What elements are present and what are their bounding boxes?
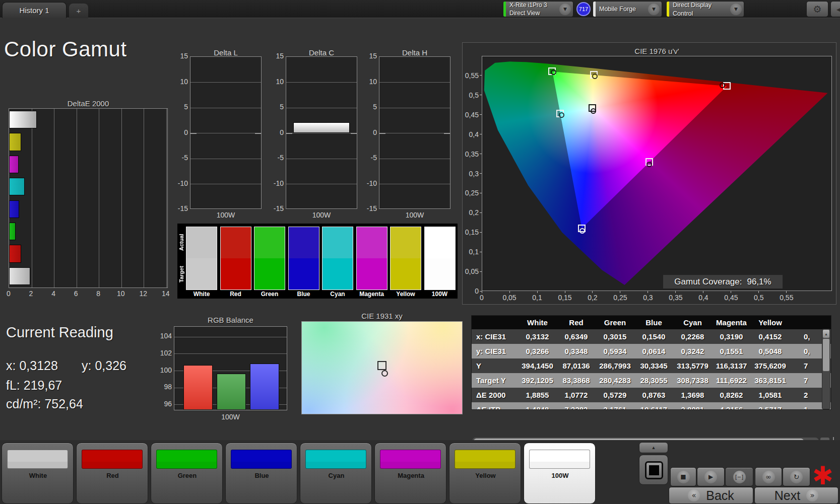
rgb-balance-title: RGB Balance xyxy=(174,316,287,324)
axis-tick-label: 8 xyxy=(93,290,103,298)
gridline xyxy=(166,109,167,287)
axis-tick-label: 0,45 xyxy=(722,294,740,302)
measurement-table: WhiteRedGreenBlueCyanMagentaYellowx: CIE… xyxy=(471,315,831,410)
refresh-button[interactable]: ↻ xyxy=(783,467,810,486)
axis-tick-label: 0,4 xyxy=(694,294,713,302)
axis-tick-label: 0 xyxy=(4,290,14,298)
rgb-bar-red xyxy=(183,365,213,410)
source-label: Mobile Forge xyxy=(596,5,648,13)
axis-tick-label: 0,45 xyxy=(463,111,479,119)
tab-history-1[interactable]: History 1 xyxy=(2,2,67,18)
meter-count-badge: 717 xyxy=(576,2,591,16)
scrollbar-thumb[interactable] xyxy=(823,339,829,371)
settings-button[interactable]: ⚙ xyxy=(806,1,828,17)
next-label: Next xyxy=(774,488,800,503)
axis-label: 100W xyxy=(190,211,262,219)
pattern-label: Green xyxy=(151,472,223,479)
pattern-button-red[interactable]: Red xyxy=(76,443,148,504)
pattern-button-yellow[interactable]: Yellow xyxy=(449,443,521,504)
chevron-down-icon: ▼ xyxy=(559,4,571,15)
axis-label: 100W xyxy=(286,211,357,219)
table-cell: 280,4283 xyxy=(596,373,634,388)
pattern-button-magenta[interactable]: Magenta xyxy=(374,443,446,504)
axis-tick-label: 10 xyxy=(361,78,377,86)
table-cell: 0,3190 xyxy=(712,329,751,344)
axis-tick-label: 5 xyxy=(268,103,284,111)
column-header-yellow: Yellow xyxy=(751,316,790,329)
source-dropdown[interactable]: Mobile Forge ▼ xyxy=(593,1,662,17)
pattern-label: Red xyxy=(77,472,149,479)
reading-y: y: 0,326 xyxy=(82,358,126,373)
axis-tick-label: 2 xyxy=(26,290,36,298)
table-cell: 3,5717 xyxy=(751,402,790,410)
gridline xyxy=(286,108,357,108)
stop-icon: ■ xyxy=(680,473,686,480)
collapse-panel-button[interactable]: ◀ xyxy=(830,1,840,17)
axis-label: 100W xyxy=(379,211,450,219)
pattern-window-button[interactable] xyxy=(639,455,668,485)
plus-icon: + xyxy=(77,7,81,15)
table-cell: 28,3055 xyxy=(634,373,673,388)
pattern-button-white[interactable]: White xyxy=(2,443,74,504)
cie-actual-marker-red xyxy=(720,83,725,88)
swatch-target-green xyxy=(254,258,285,290)
pattern-button-blue[interactable]: Blue xyxy=(225,443,297,504)
axis-tick-label: 0,35 xyxy=(463,150,479,158)
table-cell: 0,3015 xyxy=(596,329,634,344)
cie-actual-marker-magenta xyxy=(647,162,652,167)
continuous-read-button[interactable]: ∞ xyxy=(755,467,782,486)
table-cell: 2,8081 xyxy=(673,402,712,410)
axis-tick-label: 10 xyxy=(172,78,188,86)
gridline xyxy=(190,184,261,184)
axis-tick xyxy=(480,154,482,154)
column-header-green: Green xyxy=(596,316,634,329)
reading-cdm2: cd/m²: 752,64 xyxy=(6,397,83,411)
stop-button[interactable]: ■ xyxy=(670,467,696,486)
pattern-label: Yellow xyxy=(449,472,522,479)
workflow-dropdown[interactable]: Direct Display Control ▼ xyxy=(666,1,744,17)
scroll-up-icon[interactable]: ▲ xyxy=(823,330,829,338)
axis-tick-label: 98 xyxy=(155,383,172,391)
table-cell: 363,8151 xyxy=(751,373,790,388)
top-bar: History 1 + X-Rite i1Pro 3 Direct View ▼… xyxy=(0,0,840,18)
table-cell: 0,3242 xyxy=(673,344,712,358)
gridline xyxy=(379,108,450,108)
table-cell: 0,5048 xyxy=(751,344,790,358)
row-label: ΔE ITP xyxy=(472,402,518,410)
delta-bar xyxy=(293,122,350,133)
rgb-bar-green xyxy=(217,374,246,410)
cie1976-chart xyxy=(482,56,832,291)
table-vertical-scrollbar[interactable]: ▲ xyxy=(822,329,830,409)
refresh-icon: ↻ xyxy=(794,473,800,481)
pattern-button-green[interactable]: Green xyxy=(151,443,223,504)
reading-fl: fL: 219,67 xyxy=(6,378,62,393)
deltae-bar-yellow xyxy=(9,133,21,151)
page-title: Color Gamut xyxy=(4,37,127,61)
pattern-window-up-button[interactable]: ▲ xyxy=(639,442,668,453)
gridline xyxy=(174,337,287,337)
pattern-button-100w[interactable]: 100W xyxy=(524,443,596,504)
play-button[interactable]: ▶ xyxy=(697,467,725,486)
gridline xyxy=(54,109,54,287)
table-cell: 392,1205 xyxy=(518,373,557,388)
gridline xyxy=(144,109,144,287)
add-tab-button[interactable]: + xyxy=(69,4,88,18)
actual-target-swatch-strip: ActualTargetWhiteRedGreenBlueCyanMagenta… xyxy=(177,224,458,299)
table-cell: 308,7338 xyxy=(673,373,712,388)
zero-tick xyxy=(444,133,450,134)
meter-dropdown[interactable]: X-Rite i1Pro 3 Direct View ▼ xyxy=(503,1,573,17)
table-cell: 0,8763 xyxy=(634,388,673,402)
pattern-label: White xyxy=(2,472,74,479)
pattern-swatch xyxy=(380,450,441,469)
back-button[interactable]: « Back xyxy=(669,487,753,504)
axis-tick-label: 15 xyxy=(172,52,188,60)
axis-tick xyxy=(565,291,565,293)
pattern-button-cyan[interactable]: Cyan xyxy=(300,443,372,504)
table-cell: 0,5934 xyxy=(596,344,634,358)
back-label: Back xyxy=(706,488,734,503)
rgb-balance-chart xyxy=(174,326,287,410)
alert-asterisk-icon: ✱ xyxy=(812,461,833,490)
back-chevrons-icon: « xyxy=(692,491,696,500)
table-cell: 87,0136 xyxy=(557,358,596,373)
range-mode-button[interactable]: [−] xyxy=(725,467,753,486)
